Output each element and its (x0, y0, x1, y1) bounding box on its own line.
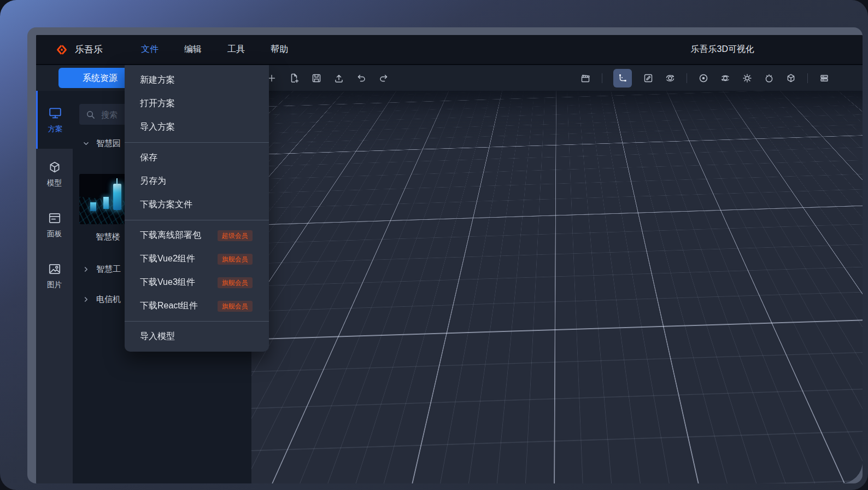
membership-badge: 旗舰会员 (218, 277, 253, 288)
brand-name: 乐吾乐 (75, 43, 103, 56)
toolbar-right-icons (580, 65, 830, 91)
brand: 乐吾乐 (55, 43, 103, 57)
sidebar-tab-label: 图片 (47, 280, 62, 290)
menu-item-download-plan-file[interactable]: 下载方案文件 (125, 193, 269, 217)
app-title: 乐吾乐3D可视化 (691, 44, 754, 55)
membership-badge: 旗舰会员 (218, 301, 253, 312)
clapperboard-icon[interactable] (580, 73, 591, 84)
sidebar-tab-label: 面板 (47, 229, 62, 239)
chevron-down-icon (83, 140, 90, 147)
sidebar-tab-label: 模型 (47, 178, 62, 188)
sidebar-tab-panel[interactable]: 面板 (36, 200, 73, 250)
menu-items: 文件 编辑 工具 帮助 (141, 44, 288, 55)
menu-item-download-vue3[interactable]: 下载Vue3组件 旗舰会员 (125, 271, 269, 294)
menu-item-label: 下载Vue2组件 (140, 253, 195, 265)
menu-item-label: 另存为 (140, 176, 166, 187)
menu-item-label: 导入方案 (140, 121, 175, 133)
toolbar-divider (602, 73, 602, 83)
tree-group-smart-park[interactable]: 智慧园 (83, 136, 121, 151)
server-layout-icon[interactable] (819, 73, 830, 84)
menu-divider (125, 142, 269, 143)
axis-tool-button-active[interactable] (613, 69, 632, 88)
chevron-right-icon (83, 266, 90, 273)
menu-item-label: 下载React组件 (140, 300, 198, 312)
toolbar-divider (687, 73, 687, 83)
menu-item-download-vue2[interactable]: 下载Vue2组件 旗舰会员 (125, 247, 269, 271)
menu-bar: 乐吾乐 文件 编辑 工具 帮助 乐吾乐3D可视化 (36, 35, 863, 65)
upload-icon[interactable] (333, 73, 344, 84)
undo-icon[interactable] (356, 73, 367, 84)
menu-item-download-react[interactable]: 下载React组件 旗舰会员 (125, 294, 269, 318)
menu-item-label: 保存 (140, 152, 157, 164)
menu-item-save[interactable]: 保存 (125, 146, 269, 170)
new-file-icon[interactable] (289, 73, 300, 84)
menu-item-label: 下载方案文件 (140, 199, 192, 211)
thumbnail-building (90, 202, 96, 211)
membership-badge: 旗舰会员 (218, 254, 253, 265)
chevron-right-icon (83, 296, 90, 303)
save-icon[interactable] (311, 73, 322, 84)
panel-icon (48, 211, 62, 225)
menu-item-import-plan[interactable]: 导入方案 (125, 115, 269, 139)
menu-item-label: 下载离线部署包 (140, 230, 201, 241)
menu-item-label: 导入模型 (140, 331, 175, 342)
menu-item-label: 下载Vue3组件 (140, 277, 195, 288)
focus-ring-icon[interactable] (698, 73, 709, 84)
menu-edit[interactable]: 编辑 (184, 44, 202, 55)
search-icon (86, 110, 95, 119)
menu-tools[interactable]: 工具 (227, 44, 245, 55)
pen-edit-icon[interactable] (643, 73, 654, 84)
tree-group-smart-factory[interactable]: 智慧工 (83, 261, 121, 277)
3d-viewport[interactable] (251, 91, 863, 483)
alarm-icon[interactable] (764, 73, 775, 84)
sidebar-tab-label: 方案 (48, 124, 63, 134)
cube-3d-icon[interactable] (785, 73, 796, 84)
membership-badge: 超级会员 (218, 230, 253, 241)
redo-icon[interactable] (378, 73, 389, 84)
tree-group-telecom-room[interactable]: 电信机 (83, 291, 121, 307)
thumbnail-building (113, 184, 121, 210)
menu-item-download-offline-package[interactable]: 下载离线部署包 超级会员 (125, 224, 269, 247)
smart-building-thumbnail[interactable] (79, 174, 132, 224)
menu-item-save-as[interactable]: 另存为 (125, 170, 269, 193)
tree-group-label: 智慧园 (96, 138, 121, 149)
menu-item-label: 新建方案 (140, 74, 175, 86)
menu-divider (125, 220, 269, 220)
toolbar-left-icons (266, 65, 389, 91)
thumbnail-label: 智慧楼 (96, 232, 120, 242)
sidebar-tab-image[interactable]: 图片 (36, 250, 73, 301)
logo-icon (55, 43, 69, 57)
sidebar-tab-plan[interactable]: 方案 (36, 91, 73, 149)
desktop-background: 乐吾乐 文件 编辑 工具 帮助 乐吾乐3D可视化 系统资源 (0, 0, 868, 490)
menu-item-label: 打开方案 (140, 98, 175, 109)
tree-group-label: 电信机 (96, 294, 121, 305)
menu-item-import-model[interactable]: 导入模型 (125, 325, 269, 348)
thumbnail-building (103, 197, 109, 209)
menu-item-open-plan[interactable]: 打开方案 (125, 92, 269, 115)
rotate-3d-icon[interactable] (665, 73, 676, 84)
toolbar-divider (807, 73, 808, 83)
sidebar: 方案 模型 面板 (36, 91, 73, 483)
orbit-camera-icon[interactable] (720, 73, 731, 84)
menu-file[interactable]: 文件 (141, 44, 159, 55)
grid-perspective (251, 91, 863, 483)
tree-group-label: 智慧工 (96, 264, 121, 275)
menu-help[interactable]: 帮助 (271, 44, 288, 55)
menu-divider (125, 321, 269, 322)
image-icon (48, 262, 62, 276)
monitor-icon (48, 106, 62, 120)
file-dropdown-menu: 新建方案 打开方案 导入方案 保存 另存为 下载方案文件 下载离线部署包 超级会… (125, 65, 269, 352)
menu-item-new-plan[interactable]: 新建方案 (125, 68, 269, 92)
sidebar-tab-model[interactable]: 模型 (36, 149, 73, 200)
grid-tilt (251, 91, 863, 483)
cube-icon (48, 160, 62, 174)
thumbnail-antenna (116, 178, 118, 185)
sun-light-icon[interactable] (742, 73, 753, 84)
